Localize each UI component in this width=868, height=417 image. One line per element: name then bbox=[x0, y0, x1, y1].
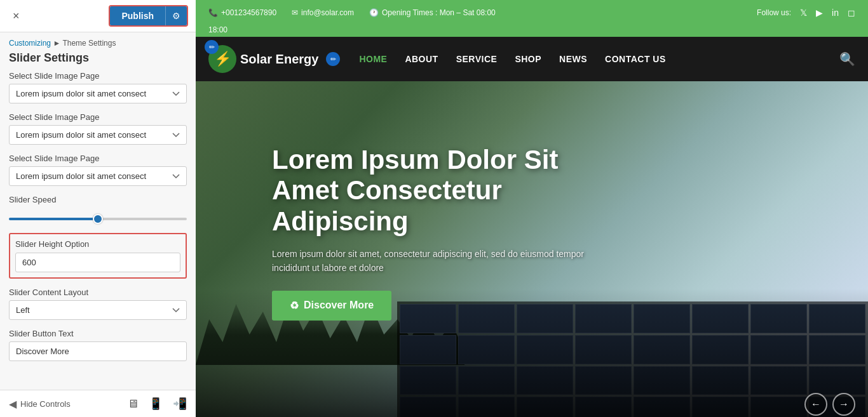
slider-speed-track bbox=[9, 208, 187, 224]
desktop-icon[interactable]: 🖥 bbox=[127, 397, 139, 411]
hero-discover-button[interactable]: ♻ Discover More bbox=[272, 291, 391, 321]
publish-area: Publish ⚙ bbox=[109, 5, 188, 27]
tablet-icon[interactable]: 📱 bbox=[149, 397, 163, 411]
search-icon[interactable]: 🔍 bbox=[839, 51, 855, 67]
site-logo: ✏ ⚡ Solar Energy ✏ bbox=[208, 45, 340, 73]
nav-item-service[interactable]: SERVICE bbox=[456, 54, 498, 64]
topbar-hours: 🕐 Opening Times : Mon – Sat 08:00 bbox=[369, 8, 496, 17]
slide-image-label-2: Select Slide Image Page bbox=[9, 112, 187, 122]
mobile-icon[interactable]: 📲 bbox=[173, 397, 187, 411]
nav-item-contact[interactable]: CONTACT US bbox=[605, 54, 666, 64]
slide-image-label-3: Select Slide Image Page bbox=[9, 154, 187, 163]
phone-number: +001234567890 bbox=[221, 8, 276, 17]
topbar-phone: 📞 +001234567890 bbox=[208, 8, 276, 17]
email-address: info@solar.com bbox=[301, 8, 354, 17]
slider-speed-input[interactable] bbox=[9, 218, 187, 220]
customizer-panel: × Publish ⚙ Customizing ► Theme Settings… bbox=[0, 0, 196, 417]
hide-controls-arrow-icon: ◀ bbox=[9, 398, 17, 410]
hide-controls-label: Hide Controls bbox=[20, 399, 71, 409]
nav-item-about[interactable]: ABOUT bbox=[405, 54, 438, 64]
slide-image-select-1[interactable]: Lorem ipsum dolor sit amet consect bbox=[9, 84, 187, 103]
site-preview: 📞 +001234567890 ✉ info@solar.com 🕐 Openi… bbox=[196, 0, 868, 417]
logo-text: Solar Energy bbox=[240, 52, 318, 67]
device-switcher: 🖥 📱 📲 bbox=[127, 397, 187, 411]
logo-edit-pencil-icon: ✏ bbox=[205, 40, 219, 54]
content-layout-field: Slider Content Layout Left Center Right bbox=[9, 288, 187, 320]
content-layout-select[interactable]: Left Center Right bbox=[9, 300, 187, 320]
clock-icon: 🕐 bbox=[369, 8, 379, 17]
hero-section: Lorem Ipsum Dolor Sit Amet Consectetur A… bbox=[196, 81, 868, 417]
nav-menu: Home ABOUT SERVICE Shop NEWS CONTACT US bbox=[359, 54, 839, 64]
topbar-line2: 18:00 bbox=[196, 25, 868, 37]
breadcrumb-customizing[interactable]: Customizing bbox=[9, 39, 51, 48]
hero-background: Lorem Ipsum Dolor Sit Amet Consectetur A… bbox=[196, 81, 868, 417]
discover-icon: ♻ bbox=[290, 300, 299, 312]
panel-title: Slider Settings bbox=[0, 50, 196, 71]
button-text-field: Slider Button Text bbox=[9, 329, 187, 361]
topbar-right: Follow us: 𝕏 ▶ in ◻ bbox=[757, 8, 855, 18]
site-nav: ✏ ⚡ Solar Energy ✏ Home ABOUT SERVICE Sh… bbox=[196, 37, 868, 81]
slide-image-label-1: Select Slide Image Page bbox=[9, 71, 187, 81]
youtube-icon[interactable]: ▶ bbox=[816, 8, 823, 18]
publish-settings-button[interactable]: ⚙ bbox=[165, 6, 187, 25]
content-layout-label: Slider Content Layout bbox=[9, 288, 187, 297]
phone-icon: 📞 bbox=[208, 8, 218, 17]
slider-next-button[interactable]: → bbox=[832, 393, 855, 416]
slider-height-label: Slider Height Option bbox=[15, 239, 180, 249]
email-icon: ✉ bbox=[292, 8, 298, 17]
follow-us-label: Follow us: bbox=[757, 8, 791, 17]
nav-item-shop[interactable]: Shop bbox=[515, 54, 541, 64]
opening-times: Opening Times : Mon – Sat 08:00 bbox=[382, 8, 496, 17]
nav-item-news[interactable]: NEWS bbox=[559, 54, 587, 64]
slider-speed-field: Slider Speed bbox=[9, 195, 187, 224]
twitter-icon[interactable]: 𝕏 bbox=[800, 8, 807, 18]
slider-arrows: ← → bbox=[804, 393, 855, 416]
linkedin-icon[interactable]: in bbox=[832, 8, 839, 18]
hero-subtitle: Lorem ipsum dolor sit amet, consectetur … bbox=[272, 247, 602, 275]
bottom-controls-bar: ◀ Hide Controls 🖥 📱 📲 bbox=[0, 390, 196, 417]
breadcrumb-current: Theme Settings bbox=[62, 39, 116, 48]
hide-controls-button[interactable]: ◀ Hide Controls bbox=[9, 398, 71, 410]
nav-item-home[interactable]: Home bbox=[359, 54, 387, 64]
breadcrumb-separator: ► bbox=[53, 39, 62, 48]
slider-speed-label: Slider Speed bbox=[9, 195, 187, 204]
slider-height-field: Slider Height Option bbox=[9, 233, 187, 279]
hero-title: Lorem Ipsum Dolor Sit Amet Consectetur A… bbox=[272, 145, 602, 237]
discover-label: Discover More bbox=[304, 300, 374, 311]
panel-scroll-area: Select Slide Image Page Lorem ipsum dolo… bbox=[0, 71, 196, 390]
topbar-left: 📞 +001234567890 ✉ info@solar.com 🕐 Openi… bbox=[208, 8, 496, 17]
slide-image-select-2[interactable]: Lorem ipsum dolor sit amet consect bbox=[9, 125, 187, 145]
button-text-label: Slider Button Text bbox=[9, 329, 187, 338]
instagram-icon[interactable]: ◻ bbox=[848, 8, 855, 18]
slider-prev-button[interactable]: ← bbox=[804, 393, 827, 416]
topbar-email: ✉ info@solar.com bbox=[292, 8, 354, 17]
slide-image-field-1: Select Slide Image Page Lorem ipsum dolo… bbox=[9, 71, 187, 103]
slider-height-input[interactable] bbox=[15, 253, 180, 272]
publish-button[interactable]: Publish bbox=[110, 6, 165, 25]
close-button[interactable]: × bbox=[8, 7, 25, 25]
slide-image-select-3[interactable]: Lorem ipsum dolor sit amet consect bbox=[9, 166, 187, 186]
logo-edit2-icon: ✏ bbox=[326, 52, 340, 66]
customizer-topbar: × Publish ⚙ bbox=[0, 0, 196, 32]
button-text-input[interactable] bbox=[9, 341, 187, 361]
opening-times-line2: 18:00 bbox=[208, 25, 227, 34]
breadcrumb: Customizing ► Theme Settings bbox=[0, 32, 196, 50]
slide-image-field-3: Select Slide Image Page Lorem ipsum dolo… bbox=[9, 154, 187, 186]
site-topbar: 📞 +001234567890 ✉ info@solar.com 🕐 Openi… bbox=[196, 0, 868, 25]
slide-image-field-2: Select Slide Image Page Lorem ipsum dolo… bbox=[9, 112, 187, 145]
hero-content: Lorem Ipsum Dolor Sit Amet Consectetur A… bbox=[272, 145, 602, 321]
